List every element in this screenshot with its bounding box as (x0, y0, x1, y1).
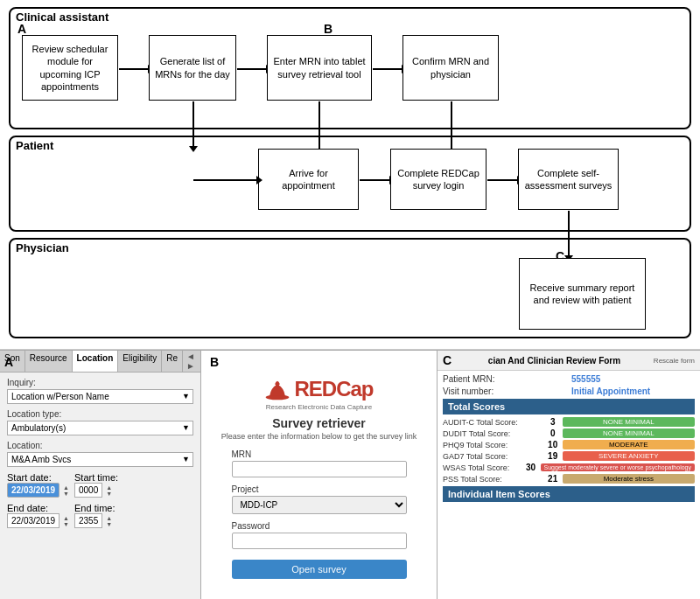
password-field: Password (232, 521, 407, 549)
score-row: DUDIT Total Score:0NONE MINIMAL (443, 428, 695, 438)
location-select[interactable]: M&A Amb Svcs (7, 452, 193, 467)
inquiry-select-wrapper: Location w/Person Name ▼ (7, 389, 193, 404)
tab-bar: Son Resource Location Eligibility Re ◄ ► (0, 351, 200, 373)
survey-retriever-title: Survey retriever (272, 416, 366, 430)
arrow-self-down (568, 211, 570, 256)
visit-value: Initial Appointment (566, 387, 695, 396)
start-time-label: Start time: (74, 472, 118, 483)
score-badge: MODERATE (563, 440, 695, 449)
score-value: 21 (543, 474, 563, 484)
score-label: WSAS Total Score: (443, 463, 522, 472)
tab-re[interactable]: Re (162, 351, 183, 372)
start-date-up-icon[interactable]: ▲ (63, 484, 69, 491)
mrn-field: MRN (232, 449, 407, 477)
arrow-h-to-arrive (193, 179, 257, 181)
tab-location[interactable]: Location (73, 351, 119, 372)
box-complete-self: Complete self-assessment surveys (518, 149, 619, 210)
start-date-field: Start date: 22/03/2019 ▲ ▼ (7, 472, 69, 498)
end-date-value: 22/03/2019 (7, 513, 60, 528)
location-type-select[interactable]: Ambulatory(s) (7, 421, 193, 435)
redcap-hat-icon (264, 378, 290, 400)
score-row: PHQ9 Total Score:10MODERATE (443, 440, 695, 449)
inquiry-select[interactable]: Location w/Person Name (7, 389, 193, 404)
arrow-2-3 (237, 68, 267, 70)
box-confirm-mrn: Confirm MRN and physician (402, 35, 499, 101)
score-badge: Moderate stress (563, 474, 695, 484)
redcap-sub-text: Research Electronic Data Capture (266, 403, 372, 411)
start-time-spinner[interactable]: ▲ ▼ (106, 484, 112, 497)
tab-eligibility[interactable]: Eligibility (118, 351, 162, 372)
diagram-section: Clinical assistant Patient Physician A B… (0, 0, 700, 350)
patient-mrn-value: 555555 (566, 374, 695, 384)
score-badge: NONE MINIMAL (563, 417, 695, 427)
start-date-down-icon[interactable]: ▼ (63, 491, 69, 497)
tab-resource[interactable]: Resource (25, 351, 73, 372)
box-receive-summary: Receive summary report and review with p… (519, 258, 646, 330)
score-row: WSAS Total Score:30Suggest moderately se… (443, 463, 695, 472)
end-date-spinner[interactable]: ▲ ▼ (63, 515, 69, 527)
end-date-row: End date: 22/03/2019 ▲ ▼ End time: (7, 503, 193, 528)
arrow-enter-down (318, 101, 320, 150)
arrow-redcap-self (487, 179, 518, 181)
box-review-schedular: Review schedular module for upcoming ICP… (22, 35, 118, 101)
location-label: Location: (7, 441, 193, 450)
start-time-value: 0000 (74, 483, 102, 498)
open-survey-button[interactable]: Open survey (232, 560, 407, 579)
panel-b-badge: B (210, 355, 219, 369)
end-date-up-icon[interactable]: ▲ (63, 515, 69, 521)
step-b-label: B (324, 22, 332, 36)
end-time-field: End time: 2355 ▲ ▼ (74, 503, 115, 528)
start-date-row: Start date: 22/03/2019 ▲ ▼ Start time: (7, 472, 193, 498)
redcap-logo-text: REDCap (294, 377, 373, 401)
visit-label: Visit number: (443, 387, 566, 396)
box-arrive: Arrive for appointment (258, 149, 359, 210)
survey-retriever-desc: Please enter the information below to ge… (221, 432, 417, 441)
start-date-spinner[interactable]: ▲ ▼ (63, 484, 69, 497)
inquiry-label: Inquiry: (7, 378, 193, 387)
individual-header: Individual Item Scores (443, 486, 695, 502)
password-input[interactable] (232, 533, 407, 549)
arrow-generate-down (192, 101, 194, 147)
end-time-spinner[interactable]: ▲ ▼ (106, 515, 112, 527)
score-row: PSS Total Score:21Moderate stress (443, 474, 695, 484)
end-date-down-icon[interactable]: ▼ (63, 521, 69, 527)
clinical-label: Clinical assistant (10, 9, 690, 25)
panel-a: A Son Resource Location Eligibility Re ◄… (0, 350, 201, 599)
redcap-form: MRN Project MDD-ICP Password Open survey (232, 449, 407, 579)
end-time-value: 2355 (74, 513, 102, 528)
score-value: 19 (543, 451, 563, 461)
end-time-down-icon[interactable]: ▼ (106, 521, 112, 527)
step-a-label: A (18, 22, 26, 36)
end-date-label: End date: (7, 503, 48, 513)
start-time-up-icon[interactable]: ▲ (106, 484, 112, 491)
rescale-label: Rescale form (654, 357, 695, 365)
physician-label: Physician (10, 240, 690, 256)
location-field: Location: M&A Amb Svcs ▼ (7, 441, 193, 467)
panel-a-badge: A (4, 355, 13, 369)
score-label: PHQ9 Total Score: (443, 441, 543, 449)
score-label: GAD7 Total Score: (443, 452, 543, 461)
score-badge: NONE MINIMAL (563, 428, 695, 438)
mrn-input[interactable] (232, 461, 407, 477)
svg-point-1 (276, 382, 279, 386)
panel-b: B REDCap Research Electronic Data Captur… (201, 350, 438, 599)
end-time-up-icon[interactable]: ▲ (106, 515, 112, 521)
nav-arrows[interactable]: ◄ ► (183, 351, 200, 372)
patient-mrn-label: Patient MRN: (443, 374, 566, 384)
box-generate-mrns: Generate list of MRNs for the day (149, 35, 236, 101)
password-label: Password (232, 521, 407, 531)
score-badge: SEVERE ANXIETY (563, 451, 695, 461)
total-scores-header: Total Scores (443, 399, 695, 414)
start-time-field: Start time: 0000 ▲ ▼ (74, 472, 118, 498)
box-complete-redcap: Complete REDCap survey login (390, 149, 486, 210)
panel-c-header: C cian And Clinician Review Form Rescale… (438, 351, 700, 371)
project-label: Project (232, 484, 407, 494)
start-date-value: 22/03/2019 (7, 483, 60, 498)
score-value: 3 (543, 417, 563, 427)
location-select-wrapper: M&A Amb Svcs ▼ (7, 452, 193, 467)
location-type-field: Location type: Ambulatory(s) ▼ (7, 409, 193, 435)
project-select[interactable]: MDD-ICP (232, 496, 407, 514)
score-label: PSS Total Score: (443, 475, 543, 484)
start-time-down-icon[interactable]: ▼ (106, 491, 112, 497)
score-value: 10 (543, 440, 563, 449)
